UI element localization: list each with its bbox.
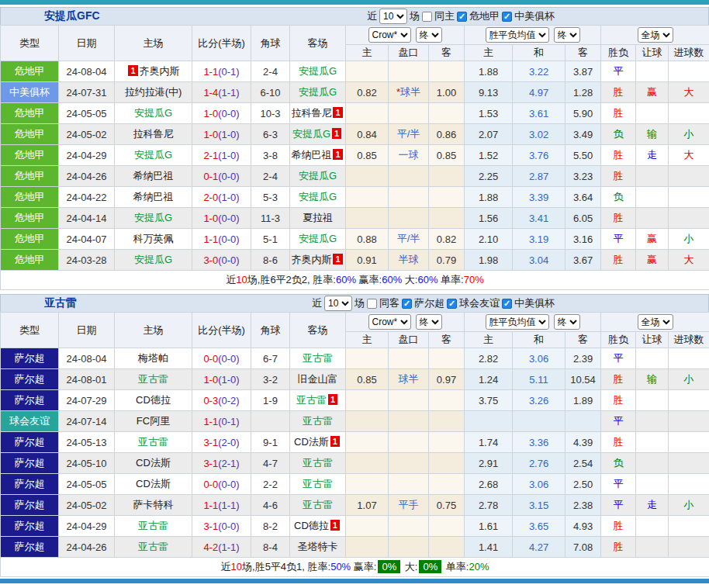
- crow-home-odds: [346, 453, 389, 474]
- away-team-cell: 安提瓜G: [290, 61, 346, 82]
- scope-select[interactable]: 全场: [638, 314, 673, 330]
- corner-score: 3-2: [251, 369, 290, 390]
- recent-count-select[interactable]: 10: [324, 296, 352, 311]
- crow-away-odds: 0.82: [429, 229, 465, 250]
- crow-away-odds: [429, 432, 465, 453]
- result-wdl: 胜: [601, 516, 636, 537]
- column-header: 日期: [59, 313, 115, 348]
- league-filter-checkbox[interactable]: ✓: [402, 299, 412, 309]
- league-filter-checkbox[interactable]: ✓: [502, 12, 512, 22]
- avg-home-odds: 2.78: [465, 495, 513, 516]
- halftime-score: (1-1): [218, 500, 239, 511]
- result-handicap: [636, 103, 669, 124]
- result-goals: [669, 348, 709, 369]
- match-score: 1-1(0-0): [192, 229, 251, 250]
- away-team-name: 安提瓜G: [299, 191, 337, 202]
- home-team-cell: CD法斯: [115, 474, 192, 495]
- result-wdl: 平: [601, 229, 636, 250]
- away-team-cell: 圣塔特卡: [290, 537, 346, 558]
- avg-away-odds: 6.05: [565, 208, 601, 229]
- crow-handicap: 平手: [389, 495, 429, 516]
- fulltime-score: 0-1: [203, 171, 218, 182]
- home-team-name: 安提瓜G: [134, 107, 172, 119]
- corner-score: 2-2: [251, 474, 290, 495]
- scope-select[interactable]: 全场: [638, 27, 673, 43]
- avg-draw-odds: 3.61: [513, 103, 565, 124]
- league-filter-checkbox[interactable]: ✓: [502, 299, 512, 309]
- home-team-cell: CD法斯: [115, 453, 192, 474]
- result-handicap: 赢: [636, 229, 669, 250]
- crow-away-odds: [429, 208, 465, 229]
- crow-away-odds: 0.86: [429, 124, 465, 145]
- match-score: 3-0(0-0): [192, 250, 251, 271]
- crow-home-odds: 0.85: [346, 369, 389, 390]
- fulltime-score: 1-4: [203, 87, 218, 99]
- match-date: 24-07-31: [59, 82, 115, 103]
- avg-home-odds: 2.68: [465, 474, 513, 495]
- fulltime-score: 2-1: [203, 150, 218, 161]
- summary-text: 60%: [417, 274, 438, 285]
- same-venue-checkbox[interactable]: [367, 299, 377, 309]
- away-team-cell: 安提瓜G: [290, 166, 346, 187]
- summary-text: 大:: [402, 561, 417, 572]
- avg-draw-odds: 3.76: [513, 145, 565, 166]
- home-team-name: 希纳巴祖: [133, 170, 174, 182]
- result-handicap: 输: [636, 124, 669, 145]
- avg-away-odds: 3.87: [565, 61, 601, 82]
- result-goals: [669, 432, 709, 453]
- away-team-cell: 齐奥内斯1: [290, 250, 346, 271]
- result-wdl: 平: [601, 474, 636, 495]
- bookmaker-state-select[interactable]: 终: [416, 27, 442, 43]
- league-filter-checkbox[interactable]: ✓: [447, 299, 457, 309]
- match-row: 萨尔超24-08-01亚古雷1-0(1-0)3-2旧金山富0.85球半0.971…: [1, 369, 709, 390]
- crow-home-odds: [346, 61, 389, 82]
- avg-home-odds: 1.24: [465, 369, 513, 390]
- bookmaker-select[interactable]: Crow*: [368, 314, 411, 330]
- avg-odds-select[interactable]: 胜平负均值: [486, 27, 549, 43]
- away-team-cell: 拉科鲁尼1: [290, 103, 346, 124]
- crow-away-odds: [429, 390, 465, 411]
- avg-odds-select[interactable]: 胜平负均值: [486, 314, 549, 330]
- avg-draw-odds: 3.65: [513, 516, 565, 537]
- result-goals: [669, 166, 709, 187]
- crow-home-odds: 0.85: [346, 145, 389, 166]
- halftime-score: (1-0): [218, 129, 239, 140]
- avg-away-odds: 2.50: [565, 474, 601, 495]
- match-date: 24-05-05: [59, 474, 115, 495]
- away-team-name: CD法斯: [294, 436, 329, 448]
- result-goals: [669, 390, 709, 411]
- crow-home-odds: 0.88: [346, 229, 389, 250]
- crow-home-odds: [346, 208, 389, 229]
- bookmaker-select[interactable]: Crow*: [368, 27, 411, 43]
- same-venue-checkbox[interactable]: [422, 12, 432, 22]
- avg-away-odds: 2.39: [565, 348, 601, 369]
- match-row: 萨尔超24-04-29亚古雷3-1(0-0)8-2CD德拉11.613.654.…: [1, 516, 709, 537]
- crow-home-odds: [346, 103, 389, 124]
- away-team-name: 夏拉祖: [303, 212, 333, 223]
- crow-away-odds: [429, 103, 465, 124]
- recent-count-select[interactable]: 10: [379, 9, 407, 24]
- result-wdl: 胜: [601, 103, 636, 124]
- avg-state-select[interactable]: 终: [554, 314, 580, 330]
- home-team-cell: 亚古雷: [115, 432, 192, 453]
- home-team-cell: 科万英佩: [115, 229, 192, 250]
- avg-home-odds: 1.41: [465, 537, 513, 558]
- table-title-bar: 安提瓜GFC近10场同主✓危地甲✓中美俱杯: [0, 7, 709, 25]
- home-team-cell: FC阿里: [115, 411, 192, 432]
- halftime-score: (0-0): [218, 171, 239, 182]
- team-history-table-1: 安提瓜GFC近10场同主✓危地甲✓中美俱杯类型日期主场比分(半场)角球客场Cro…: [0, 7, 709, 290]
- halftime-score: (0-0): [218, 479, 239, 490]
- bookmaker-state-select[interactable]: 终: [416, 314, 442, 330]
- away-team-name: 旧金山富: [298, 373, 338, 385]
- crow-handicap: *球半: [389, 82, 429, 103]
- avg-draw-odds: 3.36: [513, 432, 565, 453]
- same-venue-label: 同主: [434, 9, 455, 23]
- crow-home-odds: 0.91: [346, 250, 389, 271]
- result-goals: [669, 187, 709, 208]
- avg-home-odds: 1.53: [465, 103, 513, 124]
- corner-score: 5-1: [251, 229, 290, 250]
- league-filter-checkbox[interactable]: ✓: [457, 12, 467, 22]
- corner-score: 8-6: [251, 250, 290, 271]
- avg-state-select[interactable]: 终: [554, 27, 580, 43]
- crow-away-odds: 0.85: [429, 145, 465, 166]
